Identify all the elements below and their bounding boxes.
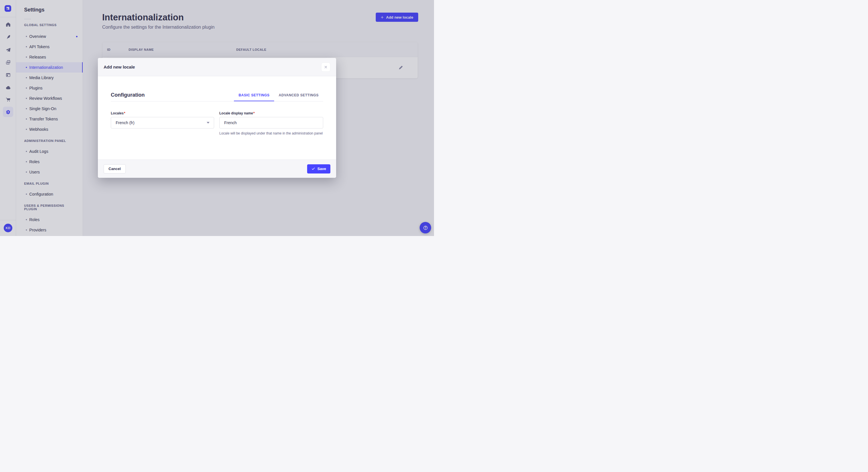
display-name-label-text: Locale display name (219, 111, 253, 115)
locales-field: Locales* French (fr) (111, 111, 214, 136)
modal-footer: Cancel Save (98, 160, 336, 178)
display-name-input[interactable] (219, 117, 323, 129)
locales-label: Locales* (111, 111, 214, 115)
save-button[interactable]: Save (307, 164, 330, 173)
close-button[interactable] (321, 63, 330, 72)
required-asterisk: * (124, 111, 125, 115)
chevron-down-icon (207, 122, 210, 124)
add-locale-modal: Add new locale Configuration BASIC SETTI… (98, 58, 336, 178)
close-icon (324, 65, 328, 69)
locales-select-value: French (fr) (116, 121, 134, 125)
configuration-title: Configuration (111, 92, 145, 98)
locales-label-text: Locales (111, 111, 124, 115)
settings-tabs: BASIC SETTINGSADVANCED SETTINGS (234, 89, 323, 101)
modal-title: Add new locale (104, 65, 135, 69)
tab-advanced-settings[interactable]: ADVANCED SETTINGS (274, 89, 323, 101)
display-name-hint: Locale will be displayed under that name… (219, 131, 323, 136)
cancel-button[interactable]: Cancel (104, 164, 126, 173)
strapi-settings-screen: KD Settings GLOBAL SETTINGSOverviewAPI T… (0, 0, 434, 236)
modal-header: Add new locale (98, 58, 336, 76)
configuration-header-row: Configuration BASIC SETTINGSADVANCED SET… (111, 89, 323, 102)
required-asterisk: * (253, 111, 255, 115)
display-name-field: Locale display name* Locale will be disp… (219, 111, 323, 136)
display-name-label: Locale display name* (219, 111, 323, 115)
form-fields: Locales* French (fr) Locale display name… (111, 111, 323, 136)
save-label: Save (317, 167, 326, 171)
tab-basic-settings[interactable]: BASIC SETTINGS (234, 89, 274, 101)
locales-select[interactable]: French (fr) (111, 117, 214, 129)
modal-body: Configuration BASIC SETTINGSADVANCED SET… (98, 76, 336, 160)
check-icon (311, 167, 315, 171)
